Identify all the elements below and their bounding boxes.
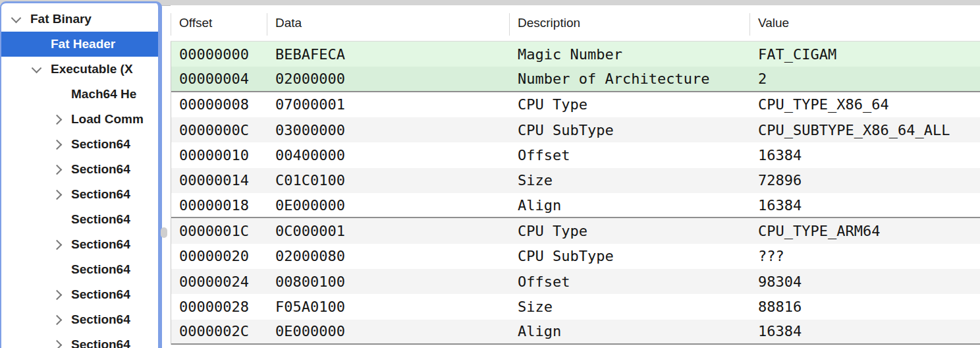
table-row[interactable]: 00000000 BEBAFECA Magic Number FAT_CIGAM [171, 42, 980, 67]
cell-data: 0C000001 [267, 223, 510, 239]
disclosure-chevron-icon[interactable] [50, 116, 71, 123]
tree-item-label: Section64 [71, 262, 130, 277]
cell-description: Size [510, 172, 750, 188]
cell-description: Offset [510, 147, 750, 163]
hex-field-table: Offset Data Description Value 00000000 B… [171, 5, 980, 348]
table-row[interactable]: 0000002C 0E000000 Align 16384 [171, 320, 980, 345]
cell-description: Offset [510, 274, 750, 290]
cell-description: Align [510, 197, 750, 214]
table-row[interactable]: 00000014 C01C0100 Size 72896 [171, 168, 980, 193]
column-header-description[interactable]: Description [509, 5, 749, 41]
cell-description: Size [510, 299, 750, 315]
cell-value: 2 [750, 71, 980, 87]
cell-data: 02000080 [267, 248, 510, 264]
tree-item[interactable]: Section64 [1, 232, 158, 257]
tree-item-label: Mach64 He [71, 87, 136, 102]
disclosure-chevron-icon[interactable] [50, 166, 71, 173]
disclosure-chevron-icon[interactable] [9, 17, 30, 22]
tree-item-label: Section64 [71, 312, 130, 327]
table-row[interactable]: 0000001C 0C000001 CPU Type CPU_TYPE_ARM6… [171, 218, 980, 243]
tree-item[interactable]: Section64 [1, 257, 158, 282]
table-row[interactable]: 00000010 00400000 Offset 16384 [171, 142, 980, 167]
tree-item-label: Section64 [71, 137, 130, 152]
tree-item-label: Section64 [71, 287, 130, 302]
cell-value: CPU_TYPE_ARM64 [750, 223, 980, 239]
cell-description: CPU SubType [510, 122, 750, 138]
cell-data: 07000001 [267, 96, 510, 113]
table-row[interactable]: 00000008 07000001 CPU Type CPU_TYPE_X86_… [171, 92, 980, 117]
column-header-value[interactable]: Value [749, 5, 980, 41]
cell-value: CPU_SUBTYPE_X86_64_ALL [750, 122, 980, 138]
disclosure-chevron-icon[interactable] [30, 67, 51, 72]
cell-description: Number of Architecture [510, 71, 750, 87]
tree-item-label: Fat Header [51, 37, 115, 51]
disclosure-chevron-icon[interactable] [50, 141, 71, 148]
tree-item[interactable]: Section64 [1, 182, 158, 207]
cell-value: FAT_CIGAM [750, 46, 980, 63]
cell-offset: 00000000 [171, 46, 267, 63]
disclosure-chevron-icon[interactable] [50, 316, 71, 324]
disclosure-chevron-icon[interactable] [50, 241, 71, 248]
cell-value: CPU_TYPE_X86_64 [750, 96, 980, 113]
cell-offset: 00000028 [171, 299, 267, 315]
table-row[interactable]: 00000028 F05A0100 Size 88816 [171, 294, 980, 319]
table-row[interactable]: 00000024 00800100 Offset 98304 [171, 269, 980, 294]
tree-item[interactable]: Section64 [1, 157, 158, 182]
table-row[interactable]: 0000000C 03000000 CPU SubType CPU_SUBTYP… [171, 117, 980, 142]
sidebar-scrollbar-thumb[interactable] [161, 227, 167, 238]
cell-offset: 00000020 [171, 248, 267, 264]
cell-description: Magic Number [510, 46, 750, 63]
tree-item-label: Section64 [71, 212, 130, 227]
table-row[interactable]: 00000004 02000000 Number of Architecture… [171, 67, 980, 92]
tree-item[interactable]: Load Comm [1, 107, 158, 132]
cell-offset: 00000024 [171, 274, 267, 290]
column-header-offset[interactable]: Offset [171, 5, 267, 41]
tree-item[interactable]: Mach64 He [1, 82, 158, 107]
cell-offset: 00000004 [171, 71, 267, 87]
cell-description: Align [510, 323, 750, 339]
tree-item-label: Fat Binary [30, 12, 92, 26]
cell-data: C01C0100 [267, 172, 510, 188]
tree-item[interactable]: Section64 [1, 282, 158, 307]
cell-offset: 00000010 [171, 147, 267, 163]
cell-data: 00800100 [267, 274, 510, 290]
sidebar-outline-panel: Fat Binary Fat Header Executable (X Mach… [0, 1, 162, 348]
tree-item[interactable]: Fat Binary [1, 7, 158, 32]
disclosure-chevron-icon[interactable] [50, 291, 71, 299]
cell-data: 03000000 [267, 122, 510, 138]
tree-item-label: Section64 [71, 237, 130, 252]
tree-item[interactable]: Section64 [1, 332, 158, 348]
cell-data: F05A0100 [267, 299, 510, 315]
tree-item[interactable]: Section64 [1, 307, 158, 332]
cell-data: 02000000 [267, 71, 510, 87]
cell-description: CPU SubType [510, 248, 750, 264]
cell-value: 16384 [750, 197, 980, 214]
tree-item[interactable]: Section64 [1, 207, 158, 232]
tree-item[interactable]: Executable (X [1, 57, 158, 82]
table-row[interactable]: 00000020 02000080 CPU SubType ??? [171, 244, 980, 269]
cell-offset: 0000002C [171, 323, 267, 339]
cell-value: 16384 [750, 323, 980, 339]
table-row[interactable]: 00000018 0E000000 Align 16384 [171, 193, 980, 218]
cell-value: ??? [750, 248, 980, 264]
tree-item-label: Section64 [71, 187, 130, 202]
disclosure-chevron-icon[interactable] [50, 341, 71, 348]
tree-item-label: Executable (X [51, 62, 133, 76]
column-header-data[interactable]: Data [267, 5, 509, 41]
tree-item[interactable]: Fat Header [1, 32, 158, 57]
cell-offset: 0000000C [171, 122, 267, 138]
cell-value: 16384 [750, 147, 980, 163]
tree-item[interactable]: Section64 [1, 132, 158, 157]
cell-value: 88816 [750, 299, 980, 315]
disclosure-chevron-icon[interactable] [50, 191, 71, 198]
tree-item-label: Section64 [71, 337, 130, 348]
cell-description: CPU Type [510, 96, 750, 113]
cell-offset: 00000008 [171, 96, 267, 113]
cell-offset: 0000001C [171, 223, 267, 239]
table-body: 00000000 BEBAFECA Magic Number FAT_CIGAM… [171, 42, 980, 345]
cell-offset: 00000018 [171, 197, 267, 214]
cell-data: BEBAFECA [267, 46, 510, 63]
cell-data: 0E000000 [267, 323, 510, 339]
cell-data: 0E000000 [267, 197, 510, 214]
table-header: Offset Data Description Value [171, 5, 980, 42]
